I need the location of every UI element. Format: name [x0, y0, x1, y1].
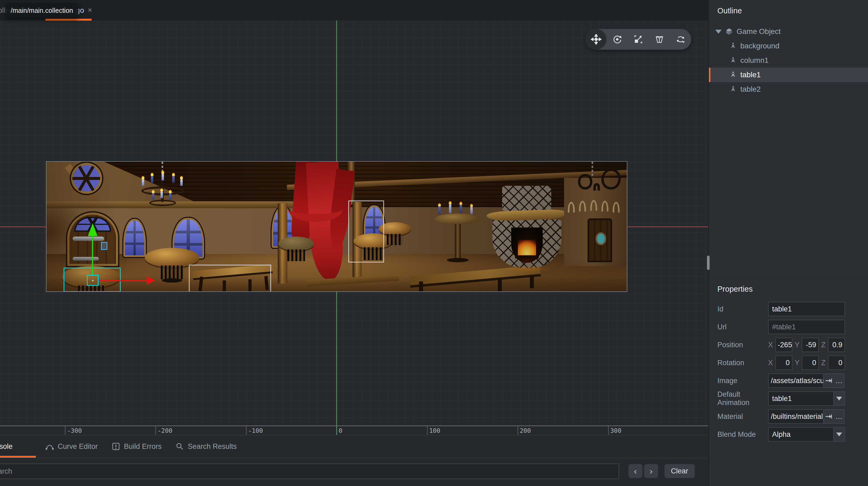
tab-path-tooltip: /main/main.collection: [5, 3, 78, 18]
frustum-icon: [654, 34, 665, 45]
curve-editor-icon: [45, 442, 54, 451]
tree-row-label: Game Object: [737, 27, 781, 36]
console-panel: Console Curve Editor Build Errors: [0, 435, 708, 486]
ruler-label: 200: [520, 427, 531, 434]
axis-label-x: X: [768, 359, 773, 367]
candle-stand-table: [435, 201, 480, 265]
frustum-tool-button[interactable]: [649, 29, 670, 50]
next-result-button[interactable]: ›: [644, 464, 658, 478]
property-label: Url: [717, 323, 768, 331]
property-label: Blend Mode: [717, 430, 768, 439]
dropdown-caret-icon[interactable]: [834, 391, 845, 406]
horizontal-ruler: -300 -200 -100 0 100 200 300: [0, 426, 708, 435]
sprite-icon: [730, 42, 737, 50]
open-resource-button[interactable]: [824, 374, 834, 388]
browse-resource-button[interactable]: …: [834, 374, 844, 388]
chandelier: [141, 162, 184, 215]
axis-label-z: Z: [821, 359, 826, 367]
jump-to-icon: [825, 413, 833, 420]
round-window: [71, 163, 102, 194]
property-row-id: Id table1: [717, 302, 868, 316]
move-tool-icon: [591, 34, 601, 45]
property-label: Material: [717, 412, 768, 421]
property-label: Rotation: [717, 359, 768, 367]
position-z-field[interactable]: 0.9: [828, 338, 845, 352]
ruler-label: -200: [158, 427, 172, 434]
fireplace: [487, 185, 567, 270]
rotate-tool-button[interactable]: [607, 29, 628, 50]
tab-build-errors[interactable]: Build Errors: [112, 435, 162, 458]
search-icon: [176, 442, 184, 451]
tab-search-results[interactable]: Search Results: [176, 435, 237, 458]
axis-label-y: Y: [795, 341, 799, 349]
move-gizmo-center-handle[interactable]: [87, 275, 98, 286]
property-row-url: Url #table1: [717, 320, 868, 334]
outline-box-column1[interactable]: [348, 200, 384, 262]
console-tab-label: Search Results: [188, 442, 237, 451]
sprite-icon: [730, 86, 737, 93]
tree-row-column1[interactable]: column1: [709, 53, 868, 68]
blue-highlight-box: [101, 242, 107, 250]
tree-row-table1[interactable]: table1: [709, 68, 868, 82]
prev-result-button[interactable]: ‹: [628, 464, 642, 478]
console-tab-label: Curve Editor: [58, 442, 98, 451]
rotation-z-field[interactable]: 0: [828, 355, 845, 370]
outline-title: Outline: [709, 0, 868, 15]
viewport-toolbar: [585, 29, 691, 50]
tree-row-game-object[interactable]: Game Object: [709, 24, 868, 39]
move-gizmo-y-arrowhead[interactable]: [88, 223, 97, 236]
properties-panel: Properties Id table1 Url #table1 Positio…: [709, 278, 868, 486]
image-field[interactable]: /assets/atlas/scum: [768, 373, 824, 388]
ruler-label: -300: [67, 427, 82, 434]
scale-tool-button[interactable]: [628, 29, 649, 50]
clear-button[interactable]: Clear: [664, 464, 695, 478]
search-input[interactable]: [0, 463, 619, 479]
jump-to-icon: [825, 377, 833, 384]
ruler-label: 100: [429, 427, 440, 434]
tab-console[interactable]: Console: [0, 435, 32, 458]
splitter-handle[interactable]: [707, 256, 710, 270]
tree-row-label: column1: [740, 56, 769, 65]
tree-row-label: table1: [740, 70, 761, 79]
console-tab-label: Console: [0, 442, 12, 451]
wall-drawing: [593, 183, 600, 191]
rotation-y-field[interactable]: 0: [802, 355, 819, 370]
tree-row-label: table2: [740, 85, 761, 93]
open-resource-button[interactable]: [824, 410, 834, 423]
tree-row-table2[interactable]: table2: [709, 82, 868, 96]
property-row-material: Material /builtins/materials …: [717, 409, 868, 424]
round-table: [278, 236, 314, 251]
close-icon[interactable]: ×: [87, 6, 93, 15]
outline-box-table2[interactable]: [189, 265, 271, 292]
outline-tree: Game Object background column1: [709, 24, 868, 96]
scene-image[interactable]: [46, 161, 627, 292]
property-label: Default Animation: [717, 390, 768, 407]
orbit-camera-button[interactable]: [670, 29, 691, 50]
rotate-tool-icon: [612, 34, 623, 45]
chevron-down-icon[interactable]: [715, 30, 722, 34]
dropdown-caret-icon[interactable]: [834, 427, 845, 441]
move-gizmo-x-arrowhead[interactable]: [147, 276, 155, 285]
console-tab-label: Build Errors: [124, 442, 162, 451]
position-x-field[interactable]: -265: [775, 338, 793, 352]
property-row-image: Image /assets/atlas/scum …: [717, 373, 868, 388]
id-field[interactable]: table1: [768, 302, 845, 316]
default-animation-select[interactable]: table1: [768, 391, 834, 406]
rotation-x-field[interactable]: 0: [775, 355, 793, 370]
property-label: Id: [717, 305, 768, 313]
red-drapes: [291, 162, 353, 282]
axis-label-y: Y: [795, 359, 799, 367]
scale-tool-icon: [633, 34, 644, 45]
move-tool-button[interactable]: [585, 29, 607, 50]
wall-drawing: [578, 174, 592, 190]
property-row-rotation: Rotation X 0 Y 0 Z 0: [717, 355, 868, 370]
tree-row-background[interactable]: background: [709, 39, 868, 53]
tab-curve-editor[interactable]: Curve Editor: [45, 435, 98, 458]
material-field[interactable]: /builtins/materials: [768, 409, 824, 424]
position-y-field[interactable]: -59: [802, 338, 819, 352]
move-gizmo-y-axis[interactable]: [92, 235, 93, 275]
url-field[interactable]: #table1: [768, 320, 845, 334]
blend-mode-select[interactable]: Alpha: [768, 427, 834, 441]
browse-resource-button[interactable]: …: [834, 410, 844, 423]
move-gizmo-x-axis[interactable]: [98, 280, 147, 281]
